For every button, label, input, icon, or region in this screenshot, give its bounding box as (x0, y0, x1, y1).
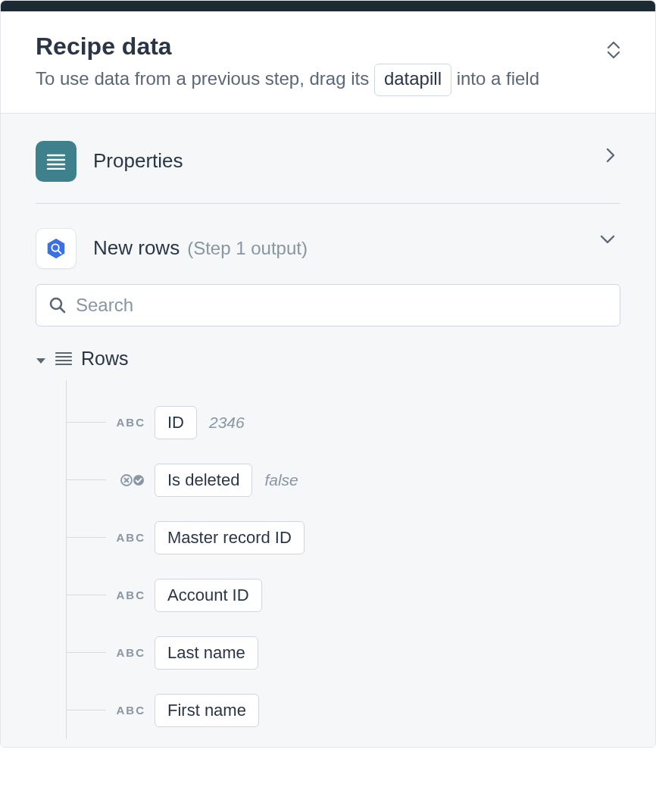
string-type-icon: ABC (112, 416, 145, 429)
panel-header: Recipe data To use data from a previous … (1, 11, 655, 113)
tree-tick (67, 537, 106, 538)
datapill-sample: false (264, 471, 298, 489)
string-type-icon: ABC (112, 646, 145, 659)
tree-tick (67, 710, 106, 710)
step-output-title: New rows (93, 236, 180, 260)
datapill[interactable]: First name (155, 694, 259, 727)
bigquery-icon (36, 228, 77, 269)
subtitle-post: into a field (457, 68, 539, 89)
datapill-row: ABCFirst name (67, 682, 620, 739)
datapill-row: ABCMaster record ID (67, 509, 620, 567)
panel-body: Properties New rows (Step 1 output) (1, 113, 655, 747)
list-icon (36, 141, 77, 182)
boolean-type-icon (112, 473, 145, 487)
section-divider (36, 203, 620, 204)
datapill[interactable]: Last name (155, 636, 258, 670)
search-field[interactable] (36, 284, 620, 326)
datapill[interactable]: Master record ID (155, 521, 305, 554)
caret-down-icon (36, 348, 46, 370)
datapill[interactable]: Is deleted (155, 464, 252, 497)
search-input[interactable] (74, 294, 608, 317)
string-type-icon: ABC (112, 531, 145, 544)
tree-tick (67, 595, 106, 595)
subtitle-pre: To use data from a previous step, drag i… (36, 68, 374, 89)
datapill[interactable]: Account ID (155, 579, 262, 612)
datapill-row: ABCLast name (67, 624, 620, 682)
properties-label: Properties (93, 149, 183, 173)
window-topbar (1, 1, 655, 11)
chevron-right-icon (605, 147, 616, 167)
datapill-row: ABCAccount ID (67, 567, 620, 624)
string-type-icon: ABC (112, 704, 145, 717)
step-output-sub: (Step 1 output) (187, 238, 308, 259)
datapill-row: ABCID2346 (67, 394, 620, 451)
datapill-row: Is deletedfalse (67, 451, 620, 509)
tree-tick (67, 652, 106, 653)
rows-group-label: Rows (81, 348, 129, 370)
datapill-chip: datapill (374, 64, 451, 96)
rows-list: ABCID2346Is deletedfalseABCMaster record… (66, 380, 620, 739)
tree-tick (67, 422, 106, 423)
chevron-down-icon (599, 234, 616, 248)
svg-point-15 (133, 475, 144, 486)
svg-line-7 (61, 308, 65, 312)
properties-section[interactable]: Properties (36, 138, 620, 203)
datapill-sample: 2346 (209, 414, 245, 432)
rows-lines-icon (55, 348, 72, 370)
search-icon (48, 296, 67, 314)
recipe-data-panel: Recipe data To use data from a previous … (0, 0, 656, 748)
expand-collapse-icon[interactable] (607, 42, 620, 58)
string-type-icon: ABC (112, 589, 145, 601)
panel-subtitle: To use data from a previous step, drag i… (36, 64, 620, 96)
step-output-section[interactable]: New rows (Step 1 output) (36, 225, 620, 284)
panel-title: Recipe data (36, 33, 620, 61)
rows-group-header[interactable]: Rows (36, 348, 620, 370)
tree-tick (67, 479, 106, 480)
datapill[interactable]: ID (155, 406, 197, 439)
